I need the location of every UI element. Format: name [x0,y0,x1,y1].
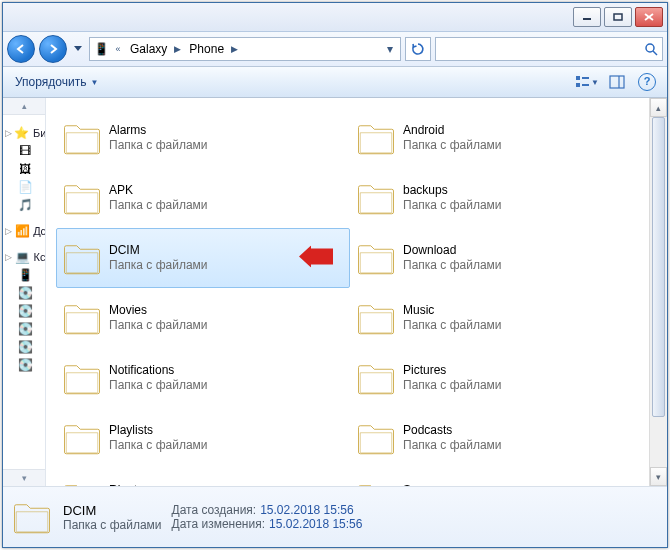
scroll-down-button[interactable]: ▾ [650,467,667,486]
forward-button[interactable] [39,35,67,63]
sidebar-scroll-down[interactable]: ▾ [3,469,45,486]
tree-group[interactable]: ▷💻Кс [5,248,45,266]
tree-item[interactable]: 🎵 [5,196,45,214]
details-name: DCIM [63,503,162,518]
folder-type: Папка с файлами [109,378,208,393]
folder-item[interactable]: NotificationsПапка с файлами [56,348,350,408]
details-modified-value: 15.02.2018 15:56 [269,517,362,531]
folder-name: Samsung [403,483,502,486]
vertical-scrollbar[interactable]: ▴ ▾ [649,98,667,486]
details-pane: DCIM Папка с файлами Дата создания:15.02… [3,486,667,547]
folder-name: Alarms [109,123,208,138]
titlebar[interactable] [3,3,667,32]
navigation-tree[interactable]: ▴ ▷⭐Би🎞🖼📄🎵▷📶Дс▷💻Кс📱💽💽💽💽💽 ▾ [3,98,46,486]
folder-type: Папка с файлами [403,378,502,393]
folder-item[interactable]: backupsПапка с файлами [350,168,644,228]
expander-icon[interactable]: ▷ [5,252,15,262]
folder-name: Download [403,243,502,258]
folder-item[interactable]: MoviesПапка с файлами [56,288,350,348]
help-button[interactable]: ? [635,71,659,93]
folder-icon [11,496,53,538]
address-bar[interactable]: 📱 « Galaxy ▶ Phone ▶ ▾ [89,37,401,61]
tree-group[interactable]: ▷⭐Би [5,124,45,142]
expander-icon[interactable]: ▷ [5,226,14,236]
tree-item[interactable]: 💽 [5,284,45,302]
expander-icon[interactable]: ▷ [5,128,14,138]
maximize-button[interactable] [604,7,632,27]
picture-icon: 🖼 [17,161,33,177]
details-modified-label: Дата изменения: [172,517,266,531]
preview-pane-button[interactable] [605,71,629,93]
chevron-right-icon[interactable]: ▶ [228,44,240,54]
folder-name: Notifications [109,363,208,378]
video-icon: 🎞 [17,143,33,159]
svg-rect-7 [576,83,580,87]
back-button[interactable] [7,35,35,63]
folder-icon [61,417,103,459]
details-created-label: Дата создания: [172,503,257,517]
fav-icon: ⭐ [14,125,30,141]
navigation-bar: 📱 « Galaxy ▶ Phone ▶ ▾ [3,32,667,67]
drive-icon: 💽 [17,321,33,337]
folder-item[interactable]: RingtonesПапка с файлами [56,468,350,486]
organize-menu[interactable]: Упорядочить ▼ [11,73,102,91]
scrollbar-track[interactable] [650,117,667,467]
folder-item[interactable]: SamsungПапка с файлами [350,468,644,486]
drive-icon: 💽 [17,285,33,301]
folder-item[interactable]: DCIMПапка с файлами [56,228,350,288]
folder-name: Ringtones [109,483,208,486]
tree-item[interactable]: 📱 [5,266,45,284]
tree-item[interactable]: 🎞 [5,142,45,160]
chevron-right-icon[interactable]: ▶ [171,44,183,54]
folder-icon [355,177,397,219]
svg-line-5 [653,51,657,55]
svg-rect-6 [576,76,580,80]
scroll-up-button[interactable]: ▴ [650,98,667,117]
explorer-window: 📱 « Galaxy ▶ Phone ▶ ▾ Упорядочить ▼ ▼ ? [2,2,668,548]
tree-item[interactable]: 🖼 [5,160,45,178]
folder-name: backups [403,183,502,198]
folder-name: Pictures [403,363,502,378]
folder-item[interactable]: AndroidПапка с файлами [350,108,644,168]
chevron-down-icon: ▼ [90,78,98,87]
folder-item[interactable]: APKПапка с файлами [56,168,350,228]
tree-item[interactable]: 💽 [5,338,45,356]
folder-item[interactable]: DownloadПапка с файлами [350,228,644,288]
breadcrumb-seg-phone[interactable]: Phone [183,38,228,60]
sidebar-scroll-up[interactable]: ▴ [3,98,45,115]
folder-type: Папка с файлами [403,318,502,333]
folder-item[interactable]: PodcastsПапка с файлами [350,408,644,468]
tree-item[interactable]: 💽 [5,302,45,320]
folder-name: Movies [109,303,208,318]
folder-icon [61,477,103,486]
minimize-button[interactable] [573,7,601,27]
tree-item[interactable]: 💽 [5,320,45,338]
close-button[interactable] [635,7,663,27]
tree-group[interactable]: ▷📶Дс [5,222,45,240]
folder-item[interactable]: PicturesПапка с файлами [350,348,644,408]
tree-item[interactable]: 💽 [5,356,45,374]
view-icon [575,75,589,89]
folder-type: Папка с файлами [109,198,208,213]
folder-icon [355,417,397,459]
search-input[interactable] [435,37,663,61]
refresh-button[interactable] [405,37,431,61]
folder-icon [355,117,397,159]
folder-name: DCIM [109,243,208,258]
scrollbar-thumb[interactable] [652,117,665,417]
file-list[interactable]: AlarmsПапка с файламиAndroidПапка с файл… [46,98,667,486]
tree-item[interactable]: 📄 [5,178,45,196]
folder-icon [355,237,397,279]
address-dropdown-icon[interactable]: ▾ [382,42,398,56]
doc-icon: 📄 [17,179,33,195]
svg-rect-1 [614,14,622,20]
folder-item[interactable]: PlaylistsПапка с файлами [56,408,350,468]
folder-icon [355,477,397,486]
folder-type: Папка с файлами [403,198,502,213]
breadcrumb-seg-galaxy[interactable]: Galaxy [124,38,171,60]
folder-item[interactable]: AlarmsПапка с файлами [56,108,350,168]
breadcrumb-root-chevron[interactable]: « [112,44,124,54]
history-dropdown-icon[interactable] [71,37,85,61]
view-mode-button[interactable]: ▼ [575,71,599,93]
folder-item[interactable]: MusicПапка с файлами [350,288,644,348]
